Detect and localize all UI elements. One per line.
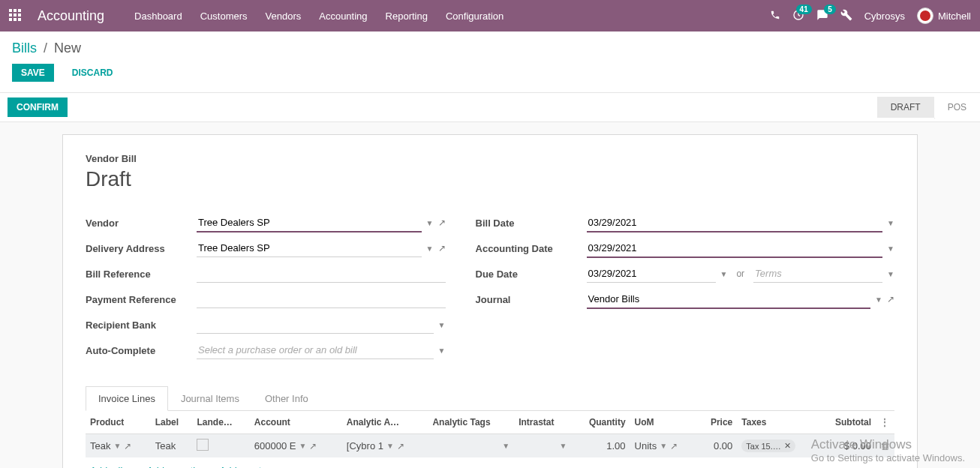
- or-text: or: [736, 268, 744, 279]
- label-journal: Journal: [476, 294, 587, 305]
- bill-date-field[interactable]: [587, 214, 883, 232]
- th-analytic-tags: Analytic Tags: [428, 411, 514, 434]
- th-uom: UoM: [630, 411, 697, 434]
- external-link-icon[interactable]: ↗: [438, 243, 446, 254]
- avatar-icon: [917, 8, 933, 24]
- add-line-link[interactable]: Add a line: [90, 465, 134, 468]
- status-posted[interactable]: POS: [934, 97, 980, 118]
- tab-invoice-lines[interactable]: Invoice Lines: [86, 386, 168, 411]
- recipient-bank-field[interactable]: [197, 316, 434, 334]
- chevron-down-icon[interactable]: ▼: [426, 244, 434, 253]
- chevron-down-icon[interactable]: ▼: [386, 442, 394, 450]
- payment-reference-field[interactable]: [197, 290, 446, 308]
- nav-reporting[interactable]: Reporting: [386, 10, 428, 22]
- label-bill-reference: Bill Reference: [86, 268, 197, 280]
- cell-subtotal: $ 0.00: [844, 440, 871, 452]
- due-date-field[interactable]: [587, 265, 716, 283]
- external-link-icon[interactable]: ↗: [309, 441, 317, 452]
- nav-accounting[interactable]: Accounting: [319, 10, 367, 22]
- terms-field[interactable]: [753, 265, 882, 283]
- apps-icon[interactable]: [9, 9, 23, 22]
- cell-label[interactable]: Teak: [155, 440, 176, 452]
- journal-field[interactable]: [587, 290, 871, 309]
- form-title: Draft: [86, 167, 894, 191]
- external-link-icon[interactable]: ↗: [397, 441, 404, 452]
- phone-icon[interactable]: [770, 10, 780, 22]
- activity-icon[interactable]: 41: [792, 9, 804, 23]
- trash-icon[interactable]: 🗑: [880, 440, 890, 452]
- add-section-link[interactable]: Add a section: [147, 465, 206, 468]
- th-intrastat: Intrastat: [514, 411, 571, 434]
- chevron-down-icon[interactable]: ▼: [438, 321, 446, 329]
- save-button[interactable]: SAVE: [12, 64, 54, 82]
- status-draft[interactable]: DRAFT: [877, 97, 934, 118]
- label-delivery-address: Delivery Address: [86, 243, 197, 254]
- confirm-button[interactable]: CONFIRM: [8, 98, 68, 117]
- th-account: Account: [250, 411, 342, 434]
- th-taxes: Taxes: [737, 411, 817, 434]
- chevron-down-icon[interactable]: ▼: [660, 442, 667, 450]
- user-name: Mitchell: [938, 10, 971, 22]
- external-link-icon[interactable]: ↗: [887, 294, 894, 304]
- chevron-down-icon[interactable]: ▼: [887, 270, 894, 278]
- th-price: Price: [697, 411, 737, 434]
- chevron-down-icon[interactable]: ▼: [502, 442, 510, 450]
- app-title[interactable]: Accounting: [38, 8, 104, 24]
- chevron-down-icon[interactable]: ▼: [113, 442, 121, 450]
- user-menu[interactable]: Mitchell: [917, 8, 971, 24]
- chevron-down-icon[interactable]: ▼: [875, 296, 882, 304]
- nav-vendors[interactable]: Vendors: [266, 10, 302, 22]
- cell-analytic-account[interactable]: [Cybro 1: [347, 440, 383, 452]
- tab-journal-items[interactable]: Journal Items: [168, 386, 252, 411]
- th-analytic-account: Analytic A…: [342, 411, 428, 434]
- status-steps: DRAFT POS: [877, 97, 980, 118]
- tab-other-info[interactable]: Other Info: [252, 386, 321, 411]
- cell-price[interactable]: 0.00: [714, 440, 732, 452]
- external-link-icon[interactable]: ↗: [670, 441, 678, 452]
- form-subtitle: Vendor Bill: [86, 153, 894, 164]
- cell-account[interactable]: 600000 E: [254, 440, 296, 452]
- landed-checkbox[interactable]: [197, 439, 209, 451]
- external-link-icon[interactable]: ↗: [124, 441, 131, 452]
- breadcrumb: Bills / New: [0, 32, 980, 59]
- tax-tag[interactable]: Tax 15.…✕: [741, 440, 795, 452]
- debug-icon[interactable]: [840, 9, 852, 23]
- delivery-address-field[interactable]: [197, 239, 422, 257]
- label-due-date: Due Date: [476, 268, 587, 280]
- nav-configuration[interactable]: Configuration: [446, 10, 504, 22]
- th-quantity: Quantity: [572, 411, 630, 434]
- th-label: Label: [151, 411, 193, 434]
- chevron-down-icon[interactable]: ▼: [426, 219, 434, 227]
- add-note-link[interactable]: Add a note: [220, 465, 267, 468]
- nav-dashboard[interactable]: Dashboard: [134, 10, 182, 22]
- chevron-down-icon[interactable]: ▼: [560, 442, 567, 450]
- breadcrumb-current: New: [54, 40, 81, 56]
- activity-badge: 41: [796, 4, 812, 14]
- external-link-icon[interactable]: ↗: [438, 218, 446, 228]
- tax-remove-icon[interactable]: ✕: [784, 441, 791, 451]
- label-vendor: Vendor: [86, 218, 197, 229]
- chevron-down-icon[interactable]: ▼: [720, 270, 728, 278]
- discuss-badge: 5: [824, 4, 836, 14]
- chevron-down-icon[interactable]: ▼: [299, 442, 307, 450]
- chevron-down-icon[interactable]: ▼: [887, 219, 894, 227]
- label-payment-reference: Payment Reference: [86, 294, 197, 305]
- kebab-icon[interactable]: ⋮: [880, 417, 889, 428]
- discard-button[interactable]: DISCARD: [63, 64, 122, 82]
- bill-reference-field[interactable]: [197, 265, 446, 283]
- chevron-down-icon[interactable]: ▼: [887, 244, 894, 253]
- breadcrumb-root[interactable]: Bills: [12, 40, 37, 56]
- cell-product[interactable]: Teak: [90, 440, 110, 452]
- cell-quantity[interactable]: 1.00: [606, 440, 625, 452]
- chevron-down-icon[interactable]: ▼: [438, 346, 446, 355]
- cell-uom[interactable]: Units: [635, 440, 657, 452]
- label-bill-date: Bill Date: [476, 218, 587, 229]
- nav-customers[interactable]: Customers: [200, 10, 248, 22]
- auto-complete-field[interactable]: [197, 341, 434, 359]
- discuss-icon[interactable]: 5: [816, 9, 828, 23]
- label-recipient-bank: Recipient Bank: [86, 320, 197, 331]
- vendor-field[interactable]: [197, 214, 422, 232]
- accounting-date-field[interactable]: [587, 239, 883, 258]
- th-subtotal: Subtotal: [818, 411, 876, 434]
- company-name[interactable]: Cybrosys: [864, 10, 905, 22]
